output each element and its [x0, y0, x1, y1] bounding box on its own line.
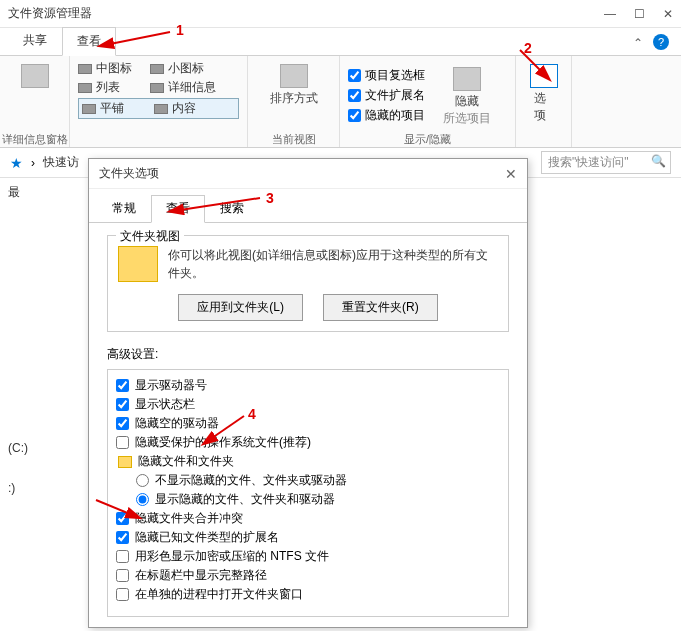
svg-line-4: [96, 500, 130, 514]
annotation-2: 2: [524, 40, 532, 56]
annotation-1: 1: [176, 22, 184, 38]
svg-line-2: [180, 198, 260, 210]
svg-line-0: [110, 32, 170, 44]
svg-line-3: [212, 416, 244, 438]
annotation-4: 4: [248, 406, 256, 422]
annotation-3: 3: [266, 190, 274, 206]
